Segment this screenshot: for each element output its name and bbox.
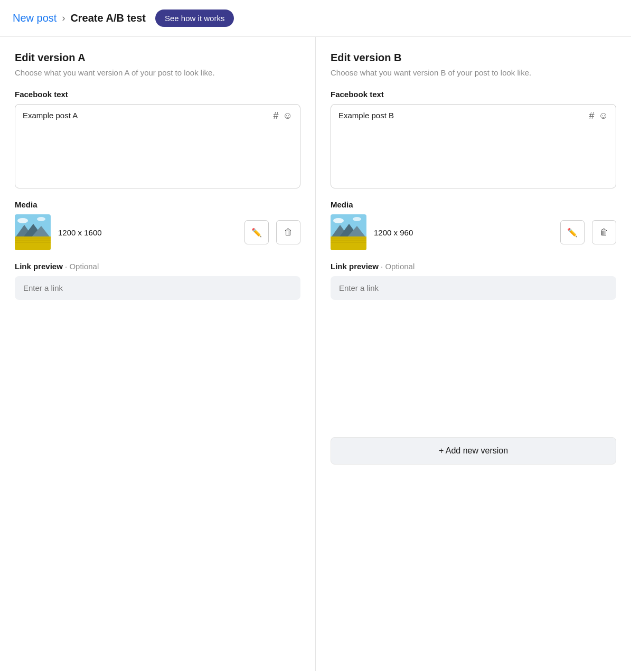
svg-rect-6 xyxy=(15,240,51,241)
version-b-link-preview-text: Link preview xyxy=(331,262,379,271)
version-a-media-row: 1200 x 1600 ✏️ 🗑 xyxy=(15,214,300,250)
svg-point-18 xyxy=(333,218,344,223)
version-b-emoji-icon[interactable]: ☺ xyxy=(599,111,608,120)
breadcrumb-separator: › xyxy=(62,13,65,24)
version-b-column: Edit version B Choose what you want vers… xyxy=(316,37,631,671)
version-b-delete-icon: 🗑 xyxy=(600,228,608,237)
version-a-link-optional: · Optional xyxy=(65,262,99,271)
version-a-link-label: Link preview · Optional xyxy=(15,262,300,271)
version-b-text-content: Example post B xyxy=(338,111,608,182)
version-a-text-content: Example post A xyxy=(23,111,293,182)
version-a-edit-icon: ✏️ xyxy=(251,228,262,238)
version-a-facebook-text-label: Facebook text xyxy=(15,90,300,99)
version-b-title: Edit version B xyxy=(331,52,616,64)
version-a-title: Edit version A xyxy=(15,52,300,64)
version-a-delete-icon: 🗑 xyxy=(284,228,293,237)
version-b-media-thumbnail xyxy=(331,214,366,250)
svg-point-8 xyxy=(17,218,28,223)
version-a-column: Edit version A Choose what you want vers… xyxy=(0,37,316,671)
version-a-media-dimensions: 1200 x 1600 xyxy=(58,228,237,237)
svg-rect-16 xyxy=(331,240,366,241)
version-b-facebook-text-label: Facebook text xyxy=(331,90,616,99)
svg-rect-17 xyxy=(331,242,366,243)
version-b-link-optional: · Optional xyxy=(381,262,415,271)
svg-point-9 xyxy=(37,217,45,221)
version-b-media-dimensions: 1200 x 960 xyxy=(374,228,553,237)
main-content: Edit version A Choose what you want vers… xyxy=(0,37,631,671)
version-b-text-icons: # ☺ xyxy=(589,111,608,120)
svg-point-19 xyxy=(353,217,361,221)
version-b-delete-button[interactable]: 🗑 xyxy=(592,220,616,244)
header: New post › Create A/B test See how it wo… xyxy=(0,0,631,37)
version-a-hash-icon[interactable]: # xyxy=(274,111,279,120)
version-a-link-preview-text: Link preview xyxy=(15,262,63,271)
version-a-media-label: Media xyxy=(15,200,300,209)
version-b-edit-button[interactable]: ✏️ xyxy=(560,220,585,244)
svg-rect-15 xyxy=(331,238,366,239)
version-a-link-input[interactable] xyxy=(15,276,300,300)
version-b-edit-icon: ✏️ xyxy=(567,228,578,238)
version-b-description: Choose what you want version B of your p… xyxy=(331,67,616,78)
version-b-link-label: Link preview · Optional xyxy=(331,262,616,271)
version-a-emoji-icon[interactable]: ☺ xyxy=(283,111,293,120)
version-a-edit-button[interactable]: ✏️ xyxy=(244,220,269,244)
breadcrumb-new-post[interactable]: New post xyxy=(13,12,56,24)
add-new-version-button[interactable]: + Add new version xyxy=(331,437,616,465)
version-a-text-icons: # ☺ xyxy=(274,111,293,120)
version-a-media-thumbnail xyxy=(15,214,51,250)
svg-rect-7 xyxy=(15,242,51,243)
version-b-link-input[interactable] xyxy=(331,276,616,300)
breadcrumb-current: Create A/B test xyxy=(70,12,146,24)
add-version-container: + Add new version xyxy=(331,437,616,465)
version-b-text-area[interactable]: Example post B # ☺ xyxy=(331,104,616,188)
version-b-hash-icon[interactable]: # xyxy=(589,111,595,120)
see-how-it-works-button[interactable]: See how it works xyxy=(155,10,234,27)
version-b-media-label: Media xyxy=(331,200,616,209)
version-a-text-area[interactable]: Example post A # ☺ xyxy=(15,104,300,188)
version-b-media-row: 1200 x 960 ✏️ 🗑 xyxy=(331,214,616,250)
version-a-delete-button[interactable]: 🗑 xyxy=(276,220,300,244)
version-a-description: Choose what you want version A of your p… xyxy=(15,67,300,78)
svg-rect-5 xyxy=(15,238,51,239)
